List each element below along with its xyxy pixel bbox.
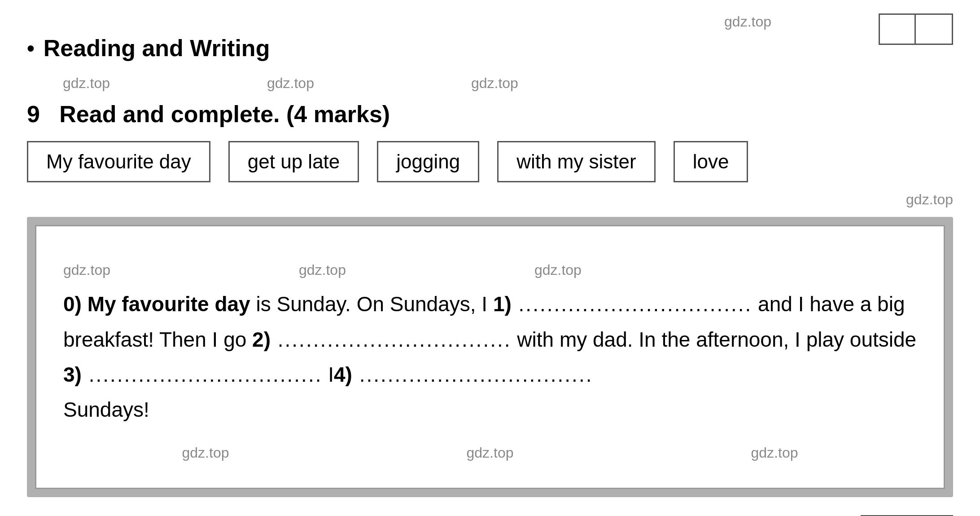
top-right-score-box	[879, 13, 953, 45]
exercise-part4-dots: .................................	[352, 363, 593, 386]
exercise-part0-rest: is Sunday. On Sundays, I	[250, 292, 493, 316]
watermark-right: gdz.top	[27, 191, 953, 208]
box-watermark-top-2: gdz.top	[299, 258, 346, 282]
exercise-outer-box: gdz.top gdz.top gdz.top 0) My favourite …	[27, 217, 953, 497]
word-boxes-container: My favourite day get up late jogging wit…	[27, 141, 953, 182]
section-header: • Reading and Writing	[27, 35, 953, 62]
section-bullet: •	[27, 36, 35, 61]
word-box-0: My favourite day	[27, 141, 210, 182]
top-score-left	[880, 15, 916, 44]
box-watermark-bottom-1: gdz.top	[182, 441, 229, 465]
exercise-title: 9 Read and complete. (4 marks)	[27, 101, 953, 128]
top-score-right	[916, 15, 952, 44]
exercise-part0-bold: 0) My favourite day	[63, 292, 250, 316]
box-watermark-bottom-2: gdz.top	[467, 441, 514, 465]
watermark-section-3: gdz.top	[471, 75, 518, 92]
exercise-part4-rest: Sundays!	[63, 398, 149, 421]
exercise-inner-box: gdz.top gdz.top gdz.top 0) My favourite …	[35, 225, 945, 489]
exercise-part4-label: 4)	[334, 363, 352, 386]
exercise-part1-label: 1)	[493, 292, 512, 316]
word-box-1: get up late	[228, 141, 359, 182]
exercise-part2-label: 2)	[252, 328, 271, 351]
exercise-instruction: Read and complete. (4 marks)	[59, 101, 390, 127]
exercise-number: 9	[27, 101, 40, 127]
exercise-part2-dots: .................................	[271, 328, 512, 351]
watermark-top-1: gdz.top	[724, 13, 771, 30]
exercise-part1-dots: .................................	[512, 292, 752, 316]
page: gdz.top gdz.top • Reading and Writing gd…	[0, 0, 980, 516]
exercise-text: 0) My favourite day is Sunday. On Sunday…	[63, 287, 917, 427]
exercise-part3-label: 3)	[63, 363, 82, 386]
word-box-4: love	[674, 141, 748, 182]
box-watermarks-top: gdz.top gdz.top gdz.top	[63, 258, 917, 282]
watermark-section-1: gdz.top	[63, 75, 110, 92]
box-watermark-top-3: gdz.top	[534, 258, 582, 282]
exercise-part2-rest: with my dad. In the afternoon, I play ou…	[512, 328, 917, 351]
exercise-part3-dots: .................................	[82, 363, 323, 386]
top-watermarks-row: gdz.top gdz.top	[27, 13, 953, 30]
box-watermarks-bottom: gdz.top gdz.top gdz.top	[63, 441, 917, 465]
section-watermarks-row: gdz.top gdz.top gdz.top	[63, 75, 953, 92]
word-box-3: with my sister	[497, 141, 655, 182]
watermark-section-2: gdz.top	[267, 75, 314, 92]
box-watermark-bottom-3: gdz.top	[751, 441, 798, 465]
box-watermark-top-1: gdz.top	[63, 258, 110, 282]
exercise-part3-rest: I	[322, 363, 334, 386]
word-box-2: jogging	[377, 141, 479, 182]
section-title: Reading and Writing	[44, 35, 270, 62]
